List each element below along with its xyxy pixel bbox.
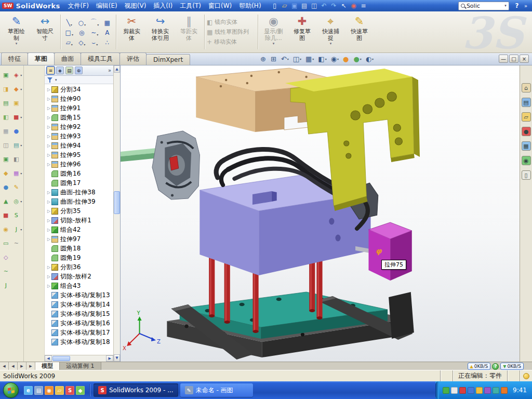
mirror-entities-button[interactable]: ◧ 镜向实体 — [207, 18, 257, 26]
repair-sketch-button[interactable]: ✚ 修复草 图 — [288, 12, 316, 51]
search-box[interactable]: Solic ▾ — [458, 2, 509, 10]
start-button[interactable] — [3, 382, 19, 398]
search-input[interactable]: Solic — [467, 3, 503, 9]
expand-arrow-icon[interactable]: ▷ — [46, 115, 51, 120]
apply-scene-icon[interactable]: ●▾ — [352, 55, 363, 63]
media-player-icon[interactable]: ◉ — [45, 386, 54, 395]
expand-arrow-icon[interactable]: ▷ — [46, 200, 51, 204]
rapid-sketch-button[interactable]: ✎ 快速草 图 — [345, 12, 374, 51]
left-tool2-icon-10[interactable]: ◎ — [12, 197, 20, 205]
redo-icon[interactable]: ↷ — [329, 1, 339, 10]
next-model-tab-button[interactable]: ▶ — [18, 362, 26, 370]
select-icon[interactable]: ↖ — [339, 1, 349, 10]
edit-appearance-icon[interactable]: ● — [341, 55, 351, 63]
left-tool-icon-6[interactable]: ◫ — [2, 141, 10, 149]
dimxpertmanager-tab-icon[interactable]: ⊕ — [75, 66, 83, 74]
tree-item[interactable]: 圆角17 — [45, 178, 113, 188]
tray-icon-3[interactable] — [459, 387, 466, 394]
flyout-arrow-icon[interactable]: ▾ — [20, 143, 23, 147]
text-icon[interactable]: A — [101, 28, 114, 36]
left-tool-icon-13[interactable]: ▭ — [2, 239, 10, 247]
solidworks-launch-icon[interactable]: S — [65, 386, 74, 395]
first-model-tab-button[interactable]: ◀ — [0, 362, 9, 370]
flyout-arrow-icon[interactable]: ▾ — [20, 228, 23, 231]
line-icon[interactable]: ╲▾ — [63, 18, 76, 26]
tray-icon-2[interactable] — [451, 387, 458, 394]
tree-item[interactable]: ▷ 拉伸96 — [45, 159, 113, 169]
document-tab[interactable]: 运动算例 1 — [60, 362, 101, 370]
point-icon[interactable]: ∴ — [101, 37, 114, 46]
tree-item[interactable]: ▷ 拉伸90 — [45, 94, 113, 103]
arc-icon[interactable]: ⌒▾ — [88, 18, 101, 26]
left-tool-icon-4[interactable]: ◧ — [2, 113, 10, 121]
tree-item[interactable]: ▷ 拉伸97 — [45, 234, 113, 244]
file-explorer-icon[interactable]: ▱ — [522, 112, 531, 122]
new-document-icon[interactable]: ▯ — [270, 1, 280, 10]
left-tool-icon-1[interactable]: ▣ — [2, 71, 10, 79]
command-tab[interactable]: 曲面 — [54, 52, 81, 65]
scrollbar-thumb[interactable] — [52, 356, 70, 361]
options-icon[interactable]: ≡ — [359, 1, 368, 10]
filter-dropdown-icon[interactable]: ▾ — [55, 78, 57, 82]
expand-arrow-icon[interactable]: ▷ — [46, 228, 51, 232]
tray-icon-7[interactable] — [493, 387, 499, 394]
scroll-up-icon[interactable]: ▲ — [114, 65, 120, 73]
left-tool2-icon-7[interactable]: ◧ — [12, 155, 20, 163]
linear-sketch-pattern-button[interactable]: ▦ 线性草图阵列 — [207, 28, 257, 36]
menu-item[interactable]: 插入(I) — [150, 1, 176, 11]
tree-item[interactable]: 实体-移动/复制14 — [45, 300, 113, 309]
propertymanager-tab-icon[interactable]: ◈ — [56, 66, 64, 74]
home-icon[interactable]: ⌂ — [522, 83, 531, 92]
clamp-assembly-part[interactable] — [152, 131, 200, 200]
view-palette-icon[interactable]: ▦ — [522, 141, 531, 151]
circle-icon[interactable]: ○▾ — [76, 18, 89, 26]
quick-snaps-button[interactable]: ⌖ 快速捕 捉 ▾ — [316, 12, 345, 51]
command-tab[interactable]: 评估 — [119, 52, 147, 65]
toolbar-overflow-button[interactable]: » — [524, 3, 527, 9]
tree-item[interactable]: ▷ 拉伸94 — [45, 141, 113, 150]
tree-item[interactable]: 实体-移动/复制15 — [45, 309, 113, 318]
left-tool-icon-8[interactable]: ◆ — [2, 169, 10, 177]
tray-icon-6[interactable] — [484, 387, 491, 394]
tree-item[interactable]: 实体-移动/复制18 — [45, 337, 113, 347]
viewport-canvas[interactable]: φ — [121, 65, 520, 362]
taskbar-task-button[interactable]: ✎ 未命名 - 画图 — [180, 383, 253, 397]
rectangle-icon[interactable]: □▾ — [63, 28, 76, 36]
expand-arrow-icon[interactable]: ▷ — [46, 265, 51, 270]
menu-item[interactable]: 工具(T) — [176, 1, 205, 11]
sketch-fillet-icon[interactable]: ⌣▾ — [88, 37, 101, 46]
print-preview-icon[interactable]: ◫ — [310, 1, 319, 10]
smart-dimension-button[interactable]: ↔ 智能尺 寸 — [31, 12, 59, 51]
left-tool-icon-5[interactable]: ▦ — [2, 127, 10, 135]
tree-horizontal-scrollbar[interactable]: ◀ ▶ — [45, 355, 113, 362]
flyout-arrow-icon[interactable]: ▾ — [20, 171, 23, 175]
tree-item[interactable]: ▷ 拉伸95 — [45, 150, 113, 159]
expand-arrow-icon[interactable]: ▷ — [46, 134, 51, 139]
quick-tips-icon[interactable] — [523, 373, 529, 379]
display-style-icon[interactable]: ◧▾ — [316, 55, 328, 63]
polygon-icon[interactable]: ◇▾ — [76, 37, 89, 46]
tree-item[interactable]: ▷ 拉伸93 — [45, 131, 113, 141]
graphics-area[interactable]: φ — [121, 65, 520, 362]
flyout-arrow-icon[interactable]: ▾ — [20, 200, 23, 203]
tray-icon-4[interactable] — [468, 387, 474, 394]
left-tool2-icon-6[interactable]: ▤ — [12, 141, 20, 149]
configurationmanager-tab-icon[interactable]: ▤ — [65, 66, 73, 74]
print-icon[interactable]: ▤ — [300, 1, 309, 10]
left-tool-icon-12[interactable]: ◉ — [2, 225, 10, 233]
scroll-left-icon[interactable]: ◀ — [45, 355, 52, 362]
tray-icon-8[interactable] — [501, 387, 508, 394]
convert-entities-button[interactable]: ↪ 转换实 体引用 — [146, 12, 175, 51]
expand-arrow-icon[interactable]: ▷ — [46, 209, 51, 214]
restore-button[interactable]: □ — [509, 55, 518, 63]
expand-arrow-icon[interactable]: ▷ — [46, 153, 51, 157]
menu-item[interactable]: 文件(F) — [64, 1, 92, 11]
taskbar-task-button[interactable]: S SolidWorks 2009 - ... — [94, 383, 178, 397]
left-tool2-icon-4[interactable]: ■ — [12, 113, 20, 121]
left-tool-icon-9[interactable]: ● — [2, 183, 10, 191]
expand-arrow-icon[interactable]: ▷ — [46, 162, 51, 167]
ie-icon[interactable]: e — [24, 386, 33, 395]
menu-item[interactable]: 窗口(W) — [205, 1, 235, 11]
left-tool-icon-2[interactable]: ◨ — [2, 85, 10, 93]
scroll-down-icon[interactable]: ▼ — [114, 354, 120, 362]
